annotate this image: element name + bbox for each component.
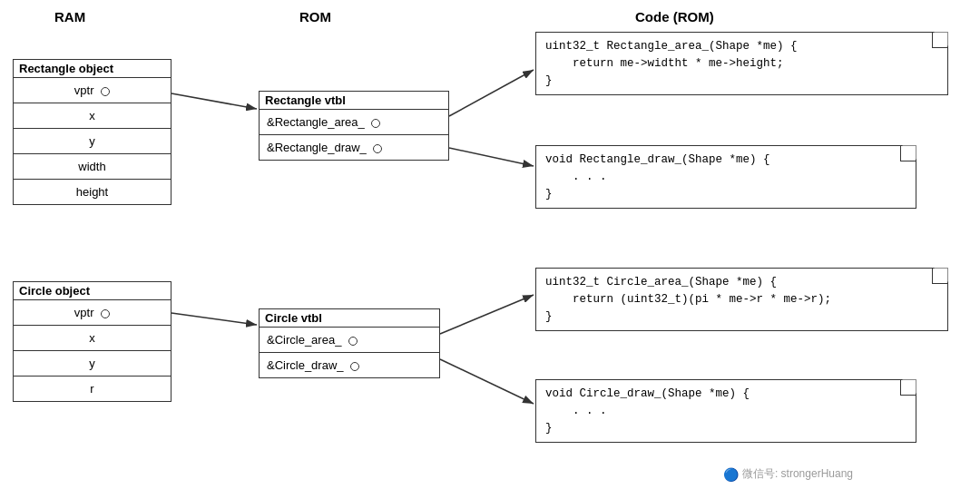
- circle-vptr-row: vptr: [14, 299, 171, 325]
- circle-draw-code-line3: }: [545, 420, 906, 437]
- rect-draw-arrow: [449, 148, 534, 166]
- ram-header: RAM: [54, 9, 85, 24]
- rect-area-vtbl-row: &Rectangle_area_: [260, 109, 448, 134]
- circle-vtbl-box: Circle vtbl &Circle_area_ &Circle_draw_: [259, 308, 440, 378]
- dog-ear-white-3: [934, 269, 947, 282]
- rect-draw-code-line1: void Rectangle_draw_(Shape *me) {: [545, 152, 906, 169]
- rom-header: ROM: [299, 9, 331, 24]
- circle-area-code-line1: uint32_t Circle_area_(Shape *me) {: [545, 274, 938, 291]
- rect-height-row: height: [14, 179, 171, 204]
- dog-ear-white-1: [934, 33, 947, 46]
- circle-x-row: x: [14, 325, 171, 350]
- circle-area-arrow: [440, 295, 534, 334]
- diagram: RAM ROM Code (ROM) Rectangle object vptr…: [0, 0, 980, 489]
- rect-vptr-arrow: [172, 93, 257, 109]
- rect-y-row: y: [14, 128, 171, 153]
- rect-draw-code-line2: . . .: [545, 169, 906, 186]
- rect-area-code-line3: }: [545, 73, 938, 90]
- watermark: 🔵 微信号: strongerHuang: [723, 466, 853, 482]
- rect-area-arrow: [449, 70, 534, 116]
- circle-y-row: y: [14, 350, 171, 376]
- rect-draw-vtbl-row: &Rectangle_draw_: [260, 134, 448, 160]
- circle-vptr-arrow: [172, 313, 257, 325]
- circle-area-vtbl-row: &Circle_area_: [260, 327, 439, 352]
- rect-vptr-row: vptr: [14, 77, 171, 103]
- rect-draw-code-box: void Rectangle_draw_(Shape *me) { . . . …: [535, 145, 916, 209]
- circle-draw-vtbl-row: &Circle_draw_: [260, 352, 439, 377]
- circle-draw-circle: [350, 362, 359, 371]
- watermark-icon: 🔵: [723, 467, 739, 482]
- rect-area-code-line2: return me->widtht * me->height;: [545, 55, 938, 73]
- rect-area-code-box: uint32_t Rectangle_area_(Shape *me) { re…: [535, 32, 948, 95]
- rect-width-row: width: [14, 153, 171, 179]
- circle-area-code-line2: return (uint32_t)(pi * me->r * me->r);: [545, 291, 938, 308]
- vptr-circle: [101, 87, 110, 96]
- rect-x-row: x: [14, 103, 171, 128]
- rect-area-circle: [371, 119, 380, 128]
- circle-area-code-line3: }: [545, 308, 938, 326]
- circle-draw-arrow: [440, 359, 534, 404]
- circle-vtbl-title: Circle vtbl: [260, 309, 439, 327]
- rectangle-object-title: Rectangle object: [14, 60, 171, 77]
- circle-vptr-circle: [101, 309, 110, 318]
- circle-draw-code-line2: . . .: [545, 403, 906, 420]
- rectangle-vtbl-title: Rectangle vtbl: [260, 92, 448, 109]
- circle-r-row: r: [14, 376, 171, 401]
- circle-object-box: Circle object vptr x y r: [13, 281, 172, 402]
- circle-draw-code-box: void Circle_draw_(Shape *me) { . . . }: [535, 379, 916, 443]
- rect-draw-code-line3: }: [545, 186, 906, 203]
- circle-object-title: Circle object: [14, 282, 171, 299]
- dog-ear-white-4: [902, 380, 916, 394]
- dog-ear-white-2: [902, 146, 916, 160]
- watermark-text: 微信号: strongerHuang: [742, 466, 853, 482]
- circle-draw-code-line1: void Circle_draw_(Shape *me) {: [545, 386, 906, 403]
- code-header: Code (ROM): [635, 9, 714, 24]
- rect-draw-circle: [373, 144, 382, 153]
- circle-area-circle: [348, 337, 358, 346]
- rectangle-object-box: Rectangle object vptr x y width height: [13, 59, 172, 205]
- rectangle-vtbl-box: Rectangle vtbl &Rectangle_area_ &Rectang…: [259, 91, 449, 161]
- rect-area-code-line1: uint32_t Rectangle_area_(Shape *me) {: [545, 38, 938, 55]
- circle-area-code-box: uint32_t Circle_area_(Shape *me) { retur…: [535, 268, 948, 331]
